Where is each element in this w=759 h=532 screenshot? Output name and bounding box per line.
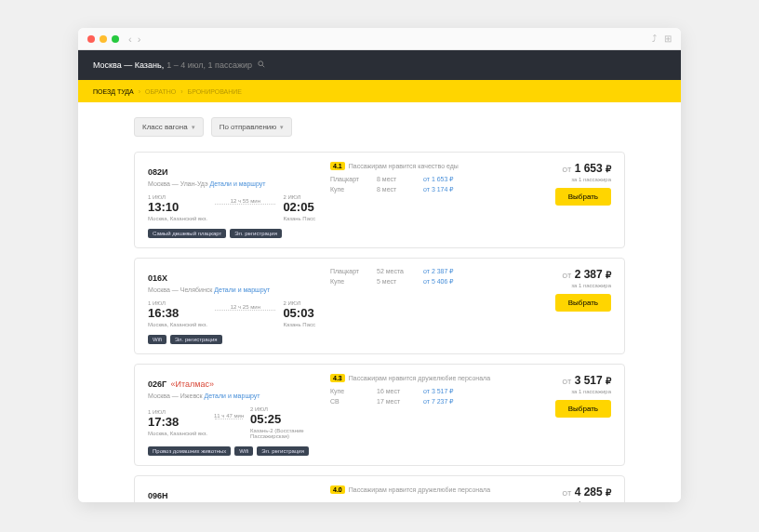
arrival-block: 2 ИЮЛ 05:03 Казань Пасс: [283, 300, 315, 327]
class-seats: 5 мест: [377, 278, 423, 286]
search-header: Москва — Казань, 1 – 4 июл, 1 пассажир: [78, 50, 681, 80]
train-info: 096Н: [148, 485, 315, 502]
classes-column: Плацкарт 52 места от 2 387 ₽ Купе 5 мест…: [315, 268, 527, 288]
per-passenger: за 1 пассажира: [527, 500, 611, 502]
breadcrumb: ПОЕЗД ТУДА › ОБРАТНО › БРОНИРОВАНИЕ: [78, 80, 681, 102]
feature-tag: Wifi: [148, 335, 166, 344]
feature-tag: Wifi: [234, 446, 253, 456]
filter-sort[interactable]: По отправлению ▾: [211, 117, 293, 137]
train-card: 096Н 4.0 Пассажирам нравится дружелюбие …: [134, 475, 625, 502]
price-from: ОТ 2 387 ₽: [527, 268, 611, 281]
train-info: 082И Москва — Улан-Удэ Детали и маршрут …: [148, 162, 315, 238]
route-line: Москва — Улан-Удэ Детали и маршрут: [148, 180, 315, 187]
time-row: 1 ИЮЛ 17:38 Москва, Казанский вкз. 11 ч …: [148, 406, 315, 439]
class-name: СВ: [330, 398, 377, 406]
train-card: 026Г «Италмас» Москва — Ижевск Детали и …: [134, 364, 625, 466]
price-from: ОТ 1 653 ₽: [527, 162, 611, 175]
class-name: Купе: [330, 278, 377, 286]
results-content[interactable]: Класс вагона ▾ По отправлению ▾ 082И Мос…: [78, 102, 681, 502]
rating-text: Пассажирам нравится дружелюбие персонала: [349, 375, 490, 381]
chevron-down-icon: ▾: [280, 124, 284, 131]
class-row[interactable]: Плацкарт 52 места от 2 387 ₽: [330, 268, 527, 275]
filter-class[interactable]: Класс вагона ▾: [134, 117, 204, 137]
train-number: 016Х: [148, 273, 167, 283]
back-arrow-icon[interactable]: ‹: [128, 33, 132, 45]
crumb-return[interactable]: ОБРАТНО: [145, 88, 176, 95]
class-price: от 3 517 ₽: [423, 388, 453, 395]
time-row: 1 ИЮЛ 16:38 Москва, Казанский вкз. 12 ч …: [148, 300, 315, 327]
class-price: от 7 237 ₽: [423, 398, 453, 406]
svg-line-1: [262, 65, 264, 67]
class-seats: 8 мест: [377, 186, 423, 193]
class-row[interactable]: СВ 17 мест от 7 237 ₽: [330, 398, 527, 406]
rating-badge: 4.1: [330, 162, 345, 170]
select-button[interactable]: Выбрать: [555, 294, 611, 312]
train-name: «Италмас»: [171, 379, 214, 389]
select-button[interactable]: Выбрать: [555, 400, 611, 418]
class-name: Купе: [330, 388, 377, 395]
details-link[interactable]: Детали и маршрут: [205, 392, 260, 399]
forward-arrow-icon[interactable]: ›: [138, 33, 141, 45]
feature-tag: Эл. регистрация: [257, 446, 309, 456]
class-row[interactable]: Плацкарт 8 мест от 1 653 ₽: [330, 176, 527, 183]
tabs-icon[interactable]: ⊞: [664, 33, 672, 44]
details-link[interactable]: Детали и маршрут: [214, 286, 270, 293]
per-passenger: за 1 пассажира: [527, 177, 611, 182]
search-details: 1 – 4 июл, 1 пассажир: [166, 60, 252, 70]
route-line: Москва — Ижевск Детали и маршрут: [148, 392, 315, 399]
arrival-block: 2 ИЮЛ 02:05 Казань Пасс: [283, 194, 315, 221]
feature-tag: Эл. регистрация: [170, 335, 222, 344]
train-info: 016Х Москва — Челябинск Детали и маршрут…: [148, 268, 315, 344]
app-window: ‹ › ⤴ ⊞ Москва — Казань, 1 – 4 июл, 1 па…: [78, 28, 681, 502]
price-column: ОТ 4 285 ₽ за 1 пассажира Выбрать: [527, 485, 611, 502]
price-column: ОТ 3 517 ₽ за 1 пассажира Выбрать: [527, 374, 611, 418]
feature-tag: Провоз домашних животных: [148, 446, 231, 456]
class-price: от 5 406 ₽: [423, 278, 453, 286]
train-card: 016Х Москва — Челябинск Детали и маршрут…: [134, 258, 625, 354]
class-name: Плацкарт: [330, 268, 377, 275]
rating-badge: 4.0: [330, 485, 345, 494]
rating-text: Пассажирам нравится качество еды: [349, 163, 459, 169]
select-button[interactable]: Выбрать: [555, 188, 611, 206]
class-seats: 8 мест: [377, 176, 423, 183]
class-row[interactable]: Купе 16 мест от 3 517 ₽: [330, 388, 527, 395]
class-price: от 3 174 ₽: [423, 186, 453, 193]
duration-line: 12 ч 55 мин: [215, 204, 275, 205]
duration-line: 12 ч 25 мин: [215, 310, 275, 311]
departure-block: 1 ИЮЛ 17:38 Москва, Казанский вкз.: [148, 409, 207, 436]
search-icon[interactable]: [258, 60, 265, 70]
tags-row: WifiЭл. регистрация: [148, 335, 315, 344]
route-line: Москва — Челябинск Детали и маршрут: [148, 286, 315, 293]
tags-row: Самый дешевый плацкартЭл. регистрация: [148, 229, 315, 238]
duration-line: 11 ч 47 мин: [215, 419, 243, 419]
class-row[interactable]: Купе 5 мест от 5 406 ₽: [330, 278, 527, 286]
rating-row: 4.3 Пассажирам нравится дружелюбие персо…: [330, 374, 527, 382]
departure-block: 1 ИЮЛ 13:10 Москва, Казанский вкз.: [148, 194, 207, 221]
browser-chrome: ‹ › ⤴ ⊞: [78, 28, 681, 50]
maximize-dot[interactable]: [112, 35, 119, 43]
time-row: 1 ИЮЛ 13:10 Москва, Казанский вкз. 12 ч …: [148, 194, 315, 221]
filters-row: Класс вагона ▾ По отправлению ▾: [134, 117, 625, 137]
class-price: от 1 653 ₽: [423, 176, 453, 183]
feature-tag: Эл. регистрация: [230, 229, 282, 238]
crumb-outbound[interactable]: ПОЕЗД ТУДА: [93, 88, 134, 95]
route-label: Москва — Казань,: [93, 60, 164, 70]
class-name: Плацкарт: [330, 176, 377, 183]
price-from: ОТ 3 517 ₽: [527, 374, 611, 387]
feature-tag: Самый дешевый плацкарт: [148, 229, 226, 238]
share-icon[interactable]: ⤴: [652, 33, 657, 44]
arrival-block: 2 ИЮЛ 05:25 Казань-2 (Восстание Пассажир…: [250, 406, 315, 439]
window-controls: [87, 35, 119, 43]
crumb-booking[interactable]: БРОНИРОВАНИЕ: [188, 88, 242, 95]
class-seats: 16 мест: [377, 388, 423, 395]
minimize-dot[interactable]: [100, 35, 107, 43]
train-card: 082И Москва — Улан-Удэ Детали и маршрут …: [134, 152, 625, 248]
class-name: Купе: [330, 186, 377, 193]
rating-row: 4.0 Пассажирам нравится дружелюбие персо…: [330, 485, 527, 494]
price-column: ОТ 2 387 ₽ за 1 пассажира Выбрать: [527, 268, 611, 312]
train-number: 026Г: [148, 379, 166, 389]
class-row[interactable]: Купе 8 мест от 3 174 ₽: [330, 186, 527, 193]
details-link[interactable]: Детали и маршрут: [210, 180, 266, 187]
train-number: 096Н: [148, 491, 168, 500]
close-dot[interactable]: [87, 35, 95, 43]
